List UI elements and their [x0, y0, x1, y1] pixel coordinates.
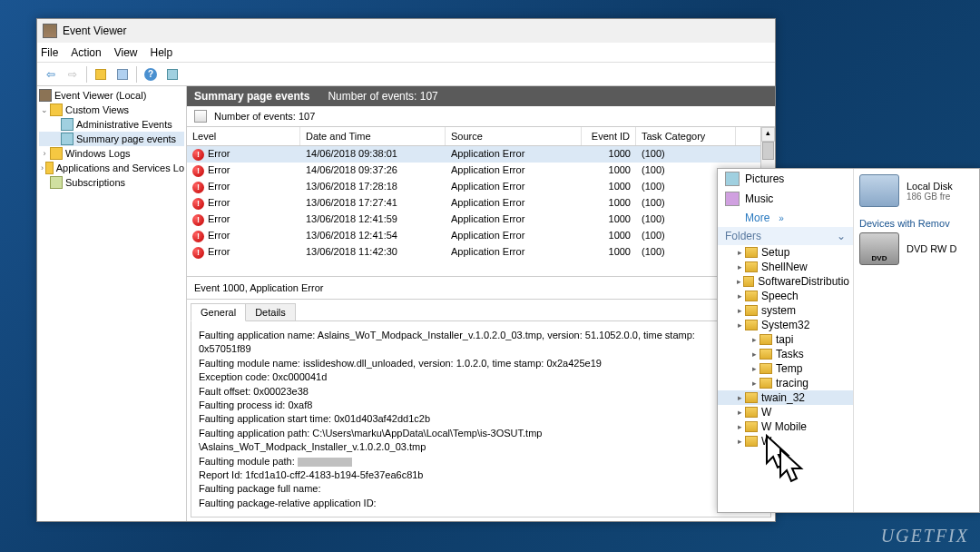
folder-item[interactable]: ▸Setup [718, 245, 853, 260]
folder-item[interactable]: ▸system [718, 303, 853, 318]
menu-view[interactable]: View [114, 46, 138, 59]
local-disk-item[interactable]: Local Disk 186 GB fre [859, 174, 974, 207]
filter-icon[interactable] [194, 110, 207, 123]
menu-help[interactable]: Help [151, 46, 173, 59]
folder-item[interactable]: ▸ShellNew [718, 260, 853, 274]
toolbar-separator [86, 66, 87, 83]
folder-label: Speech [761, 290, 799, 302]
folder-item[interactable]: ▸Tasks [718, 347, 853, 361]
expand-icon[interactable]: ▸ [734, 247, 745, 258]
title-bar[interactable]: Event Viewer [37, 19, 775, 43]
navigation-tree[interactable]: Event Viewer (Local) ⌄ Custom Views Admi… [37, 86, 187, 521]
show-hide-tree-button[interactable] [91, 65, 111, 84]
devices-section-header: Devices with Remov [859, 218, 974, 229]
folder-item[interactable]: ▸tracing [718, 376, 853, 390]
folder-icon [745, 291, 758, 301]
expand-icon[interactable]: ▸ [734, 421, 745, 432]
collapse-icon[interactable]: ⌄ [39, 104, 50, 115]
expand-icon[interactable]: ▸ [749, 349, 760, 360]
drive-icon [859, 174, 899, 207]
table-body[interactable]: !Error14/06/2018 09:38:01Application Err… [187, 146, 775, 261]
scroll-up-button[interactable]: ▴ [761, 127, 775, 142]
table-row[interactable]: !Error14/06/2018 09:37:26Application Err… [187, 163, 775, 179]
app-icon [43, 24, 57, 38]
col-source-header[interactable]: Source [446, 127, 582, 145]
help-button[interactable]: ? [141, 65, 161, 84]
folder-icon [760, 349, 772, 360]
folder-item[interactable]: ▸SoftwareDistributio [718, 274, 853, 289]
col-task-header[interactable]: Task Category [636, 127, 736, 145]
event-viewer-icon [39, 89, 52, 102]
back-button[interactable]: ⇦ [41, 65, 61, 84]
table-row[interactable]: !Error14/06/2018 09:38:01Application Err… [187, 146, 775, 163]
tree-applications-services[interactable]: › Applications and Services Lo [39, 161, 184, 175]
forward-button[interactable]: ⇨ [63, 65, 83, 84]
folder-item[interactable]: ▸twain_32 [718, 390, 853, 405]
col-level-header[interactable]: Level [187, 127, 300, 145]
detail-line: Report Id: 1fcd1a10-cff2-4183-b194-5fe37… [199, 468, 763, 482]
expand-icon[interactable]: ▸ [734, 407, 745, 418]
expand-icon[interactable]: ▸ [734, 305, 745, 316]
dvd-drive-item[interactable]: DVD DVD RW D [859, 232, 974, 265]
export-button[interactable] [162, 65, 182, 84]
tree-label: Summary page events [76, 133, 176, 144]
tree-subscriptions[interactable]: Subscriptions [39, 175, 184, 190]
tree-summary-page-events[interactable]: Summary page events [39, 132, 184, 146]
tree-custom-views[interactable]: ⌄ Custom Views [39, 103, 184, 117]
tab-general[interactable]: General [191, 303, 246, 321]
nav-pictures[interactable]: Pictures [718, 169, 853, 189]
folder-item[interactable]: ▸W Mobile [718, 419, 853, 434]
expand-icon[interactable]: ▸ [749, 378, 760, 389]
folder-item[interactable]: ▸W [718, 405, 853, 419]
subscriptions-icon [50, 176, 63, 189]
tree-root[interactable]: Event Viewer (Local) [39, 88, 184, 103]
col-eventid-header[interactable]: Event ID [582, 127, 636, 145]
folder-label: System32 [761, 319, 809, 331]
menu-file[interactable]: File [41, 46, 58, 59]
detail-line: Faulting application start time: 0x01d40… [199, 412, 763, 426]
table-row[interactable]: !Error13/06/2018 12:41:59Application Err… [187, 212, 775, 228]
expand-icon[interactable]: ▸ [749, 363, 760, 374]
explorer-content[interactable]: Local Disk 186 GB fre Devices with Remov… [854, 169, 979, 512]
table-row[interactable]: !Error13/06/2018 17:28:18Application Err… [187, 179, 775, 195]
expand-icon[interactable]: › [39, 148, 50, 159]
expand-icon[interactable]: › [39, 163, 45, 173]
expand-icon[interactable]: ▸ [734, 320, 745, 330]
nav-more[interactable]: More » [718, 209, 853, 227]
scroll-thumb[interactable] [762, 142, 774, 160]
folder-tree[interactable]: ▸Setup▸ShellNew▸SoftwareDistributio▸Spee… [718, 245, 853, 448]
folder-label: W Mobile [761, 420, 807, 433]
expand-icon[interactable]: ▸ [734, 436, 745, 447]
folder-item[interactable]: ▸System32 [718, 318, 853, 332]
detail-line: Faulting module path: [199, 455, 763, 468]
drive-free-space: 186 GB fre [906, 192, 953, 202]
nav-label: Music [745, 192, 773, 205]
folder-item[interactable]: ▸Speech [718, 289, 853, 303]
table-row[interactable]: !Error13/06/2018 17:27:41Application Err… [187, 195, 775, 212]
explorer-nav-pane[interactable]: Pictures Music More » Folders ⌄ ▸Setup▸S… [718, 169, 854, 512]
detail-line: Faulting package-relative application ID… [199, 497, 763, 510]
menu-action[interactable]: Action [71, 46, 101, 59]
expand-icon[interactable]: ▸ [734, 291, 745, 301]
expand-icon[interactable]: ▸ [734, 261, 745, 272]
expand-icon[interactable]: ▸ [749, 334, 760, 345]
menu-bar: File Action View Help [37, 43, 775, 63]
table-row[interactable]: !Error13/06/2018 12:41:54Application Err… [187, 228, 775, 244]
folder-item[interactable]: ▸tapi [718, 332, 853, 347]
tree-windows-logs[interactable]: › Windows Logs [39, 146, 184, 161]
tab-details[interactable]: Details [245, 303, 296, 321]
expand-icon[interactable]: ▸ [734, 276, 743, 287]
detail-content[interactable]: Faulting application name: Aslains_WoT_M… [191, 320, 771, 518]
expand-icon[interactable]: ▸ [734, 392, 745, 403]
table-row[interactable]: !Error13/06/2018 11:42:30Application Err… [187, 244, 775, 261]
panel-header: Summary page events Number of events: 10… [187, 86, 775, 106]
properties-button[interactable] [113, 65, 132, 84]
nav-music[interactable]: Music [718, 189, 853, 209]
folder-item[interactable]: ▸Temp [718, 361, 853, 376]
watermark: UGETFIX [881, 526, 969, 547]
folder-item[interactable]: ▸W [718, 434, 853, 448]
tree-administrative-events[interactable]: Administrative Events [39, 117, 184, 132]
col-date-header[interactable]: Date and Time [300, 127, 446, 145]
folders-header[interactable]: Folders ⌄ [718, 227, 853, 245]
folder-icon [745, 247, 758, 258]
